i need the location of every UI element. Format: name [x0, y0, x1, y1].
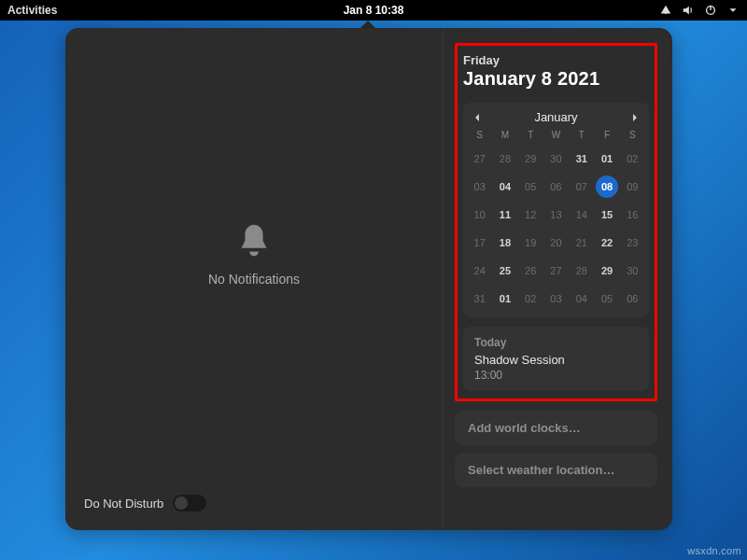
top-bar: Activities Jan 8 10:38: [0, 0, 747, 21]
calendar-day[interactable]: 06: [544, 175, 567, 198]
calendar-day[interactable]: 20: [544, 231, 567, 254]
calendar-day[interactable]: 05: [519, 175, 542, 198]
calendar-day[interactable]: 24: [469, 259, 491, 282]
calendar-day[interactable]: 03: [469, 175, 491, 198]
calendar-dow: T: [518, 130, 543, 142]
calendar-grid: SMTWTFS272829303101020304050607080910111…: [467, 130, 645, 310]
calendar-day[interactable]: 18: [494, 231, 516, 254]
calendar-day[interactable]: 15: [596, 203, 618, 226]
chevron-down-icon[interactable]: [726, 4, 740, 17]
bell-icon: [233, 221, 275, 264]
calendar-dow: S: [620, 130, 645, 142]
calendar-dow: S: [467, 130, 492, 142]
calendar-day[interactable]: 08: [596, 175, 618, 198]
network-icon[interactable]: [659, 4, 672, 17]
calendar-day[interactable]: 28: [494, 147, 516, 170]
calendar-widget: January SMTWTFS2728293031010203040506070…: [463, 103, 649, 317]
do-not-disturb-label: Do Not Disturb: [84, 497, 163, 511]
calendar-day[interactable]: 04: [494, 175, 516, 198]
full-date-label: January 8 2021: [463, 68, 649, 90]
calendar-day[interactable]: 27: [544, 259, 567, 282]
calendar-day[interactable]: 17: [469, 231, 491, 254]
topbar-clock[interactable]: Jan 8 10:38: [344, 4, 404, 17]
datetime-panel: No Notifications Do Not Disturb Friday J…: [65, 28, 672, 530]
system-tray[interactable]: [659, 4, 740, 17]
calendar-pane: Friday January 8 2021 January SMTWTFS272…: [444, 28, 672, 530]
calendar-day[interactable]: 10: [469, 203, 491, 226]
calendar-day[interactable]: 03: [544, 287, 567, 310]
add-world-clocks-button[interactable]: Add world clocks…: [455, 411, 657, 445]
do-not-disturb-toggle[interactable]: [173, 495, 206, 511]
calendar-day[interactable]: 05: [596, 287, 618, 310]
calendar-day[interactable]: 31: [571, 147, 593, 170]
calendar-day[interactable]: 31: [469, 287, 491, 310]
power-icon[interactable]: [704, 4, 717, 17]
weekday-label: Friday: [463, 53, 649, 67]
calendar-day[interactable]: 11: [494, 203, 516, 226]
calendar-day[interactable]: 22: [596, 231, 618, 254]
svg-rect-2: [710, 6, 711, 10]
calendar-dow: F: [594, 130, 619, 142]
prev-month-icon[interactable]: [472, 113, 482, 122]
calendar-highlight: Friday January 8 2021 January SMTWTFS272…: [455, 43, 657, 401]
notifications-empty: No Notifications: [65, 28, 443, 480]
activities-button[interactable]: Activities: [7, 4, 57, 17]
calendar-dow: M: [492, 130, 517, 142]
calendar-day[interactable]: 13: [544, 203, 567, 226]
calendar-dow: T: [569, 130, 594, 142]
event-title: Shadow Session: [474, 353, 638, 367]
calendar-day[interactable]: 02: [621, 147, 643, 170]
events-today-label: Today: [474, 336, 638, 349]
calendar-day[interactable]: 07: [571, 175, 593, 198]
calendar-day[interactable]: 01: [596, 147, 618, 170]
events-card[interactable]: Today Shadow Session 13:00: [463, 327, 649, 391]
month-label: January: [534, 110, 577, 124]
select-weather-location-button[interactable]: Select weather location…: [455, 453, 657, 487]
calendar-day[interactable]: 19: [519, 231, 542, 254]
calendar-day[interactable]: 30: [544, 147, 567, 170]
notifications-empty-label: No Notifications: [208, 272, 300, 287]
calendar-day[interactable]: 27: [469, 147, 491, 170]
calendar-day[interactable]: 30: [621, 259, 643, 282]
calendar-day[interactable]: 25: [494, 259, 516, 282]
do-not-disturb-row: Do Not Disturb: [65, 480, 443, 530]
date-header: Friday January 8 2021: [463, 53, 649, 90]
calendar-day[interactable]: 01: [494, 287, 516, 310]
volume-icon[interactable]: [682, 4, 695, 17]
calendar-day[interactable]: 12: [519, 203, 542, 226]
next-month-icon[interactable]: [630, 113, 640, 122]
watermark: wsxdn.com: [687, 545, 741, 556]
calendar-day[interactable]: 14: [571, 203, 593, 226]
calendar-day[interactable]: 21: [571, 231, 593, 254]
calendar-day[interactable]: 06: [621, 287, 643, 310]
calendar-day[interactable]: 23: [621, 231, 643, 254]
calendar-day[interactable]: 26: [519, 259, 542, 282]
calendar-day[interactable]: 29: [519, 147, 542, 170]
calendar-dow: W: [543, 130, 569, 142]
calendar-day[interactable]: 02: [519, 287, 542, 310]
calendar-day[interactable]: 16: [621, 203, 643, 226]
calendar-day[interactable]: 09: [621, 175, 643, 198]
calendar-day[interactable]: 29: [596, 259, 618, 282]
notifications-pane: No Notifications Do Not Disturb: [65, 28, 444, 530]
calendar-day[interactable]: 04: [571, 287, 593, 310]
calendar-day[interactable]: 28: [571, 259, 593, 282]
svg-point-0: [665, 11, 667, 13]
event-time: 13:00: [474, 369, 638, 382]
